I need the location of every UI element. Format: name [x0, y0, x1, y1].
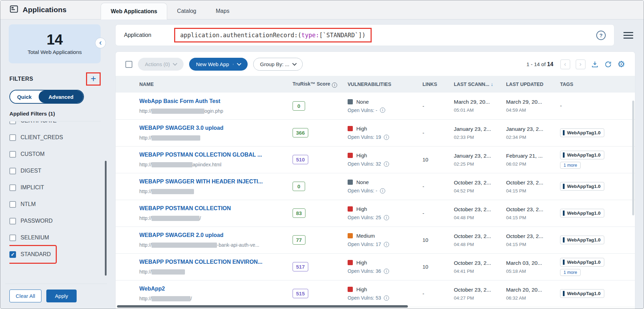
digest-checkbox[interactable]	[9, 168, 16, 174]
tag[interactable]: WebAppTag1.0	[560, 236, 604, 244]
standard-checkbox[interactable]	[9, 251, 16, 258]
app-name-link[interactable]: WEBAPP POSTMAN COLLECTION	[139, 205, 231, 212]
redacted-url-segment	[152, 243, 217, 248]
table-vertical-scrollbar[interactable]	[632, 101, 634, 215]
column-header-vulnerabilities[interactable]: VULNERABILITIES	[345, 76, 420, 93]
help-icon[interactable]	[596, 31, 606, 40]
more-tags-button[interactable]: 1 more	[560, 269, 581, 276]
apply-button[interactable]: Apply	[46, 290, 77, 302]
tag-icon	[563, 237, 565, 243]
column-header-trurisk-score[interactable]: TruRisk™ Score	[290, 76, 345, 93]
quick-toggle[interactable]: Quick	[10, 90, 39, 103]
filter-item-certificate[interactable]: CERTIFICATE	[9, 121, 103, 129]
tab-maps[interactable]: Maps	[206, 3, 239, 19]
trurisk-score-badge: 366	[293, 128, 308, 137]
ntlm-checkbox[interactable]	[9, 201, 16, 208]
add-filter-button[interactable]: +	[91, 73, 96, 84]
download-icon[interactable]	[591, 61, 599, 68]
query-input[interactable]: application.authenticationRecord:(type:[…	[174, 28, 371, 42]
open-vulns: Open Vulns: 53	[348, 295, 417, 301]
filter-item-implicit[interactable]: IMPLICIT	[9, 179, 103, 196]
group-by-dropdown[interactable]: Group By: ...	[253, 58, 302, 71]
filter-item-password[interactable]: PASSWORD	[9, 213, 103, 229]
open-vulns: Open Vulns: 36	[348, 268, 417, 274]
selenium-checkbox[interactable]	[9, 235, 16, 241]
table-row: WebApp2 http:/// 515 High Open Vulns: 53…	[116, 280, 635, 307]
app-name-link[interactable]: WEBAPP SWAGGER 2.0 upload	[139, 232, 224, 238]
column-header-last-updated[interactable]: LAST UPDATED	[503, 76, 557, 93]
redacted-url-segment	[152, 216, 200, 221]
menu-icon[interactable]	[623, 30, 633, 40]
advanced-toggle[interactable]: Advanced	[39, 90, 83, 103]
info-icon[interactable]	[384, 135, 389, 140]
filter-item-standard[interactable]: STANDARD	[9, 246, 56, 263]
filter-item-client_creds[interactable]: CLIENT_CREDS	[9, 129, 103, 146]
tab-web-applications[interactable]: Web Applications	[101, 3, 167, 19]
column-header-name[interactable]: NAME	[116, 76, 290, 93]
tag[interactable]: WebAppTag1.0	[560, 128, 604, 137]
next-page-button[interactable]: ›	[576, 60, 585, 69]
info-icon[interactable]	[384, 161, 389, 167]
open-vulns: Open Vulns: 32	[348, 161, 417, 167]
last-scanned-time: 02:25 PM	[454, 161, 501, 167]
column-header-links[interactable]: LINKS	[420, 76, 451, 93]
filter-item-custom[interactable]: CUSTOM	[9, 146, 103, 163]
tag[interactable]: WebAppTag1.0	[560, 209, 604, 217]
tag[interactable]: WebAppTag1.0	[560, 289, 604, 298]
filter-item-selenium[interactable]: SELENIUM	[9, 229, 103, 246]
client_creds-checkbox[interactable]	[9, 134, 16, 141]
table-horizontal-scrollbar[interactable]	[117, 305, 408, 308]
info-icon[interactable]	[332, 82, 337, 88]
query-text-1: application.authenticationRecord:(	[180, 32, 301, 39]
app-name-link[interactable]: WEBAPP POSTMAN COLLECTION ENVIRON...	[139, 259, 263, 265]
sidebar-scrollbar[interactable]	[105, 161, 107, 276]
filter-item-ntlm[interactable]: NTLM	[9, 196, 103, 213]
info-icon[interactable]	[380, 108, 385, 113]
sidebar-footer: Clear All Apply	[5, 284, 107, 309]
certificate-checkbox[interactable]	[9, 121, 16, 124]
app-name-link[interactable]: WebApp2	[139, 286, 165, 292]
implicit-checkbox[interactable]	[9, 184, 16, 191]
open-vulns: Open Vulns: -	[348, 188, 417, 193]
table-row: WebApp Basic Form Auth Test http://ogin.…	[116, 93, 635, 119]
last-updated-time: 04:59 AM	[506, 108, 554, 113]
clear-all-button[interactable]: Clear All	[9, 290, 41, 302]
prev-page-button[interactable]: ‹	[560, 60, 570, 69]
info-icon[interactable]	[384, 295, 389, 301]
more-tags-button[interactable]: 1 more	[560, 162, 581, 169]
filter-item-label: SELENIUM	[21, 235, 49, 241]
tab-catalog[interactable]: Catalog	[167, 3, 206, 19]
column-header-tags[interactable]: TAGS	[557, 76, 635, 93]
info-icon[interactable]	[384, 269, 389, 274]
last-updated-time: 05:18 AM	[506, 269, 554, 274]
links-count: 10	[420, 227, 451, 253]
actions-dropdown[interactable]: Actions (0)	[138, 58, 184, 71]
info-icon[interactable]	[384, 242, 389, 247]
table-header-row: NAME TruRisk™ Score VULNERABILITIES LINK…	[116, 76, 635, 93]
total-web-applications-card: 14 Total Web Applications ‹	[9, 24, 101, 63]
new-web-app-button[interactable]: New Web App	[189, 58, 248, 71]
app-name-link[interactable]: WebApp Basic Form Auth Test	[139, 98, 220, 104]
info-icon[interactable]	[380, 188, 385, 193]
collapse-sidebar-button[interactable]: ‹	[95, 38, 106, 48]
info-icon[interactable]	[384, 215, 389, 220]
filter-item-label: CLIENT_CREDS	[21, 134, 63, 141]
app-name-link[interactable]: WEBAPP SWAGGER WITH HEADER INJECTI...	[139, 179, 263, 185]
search-bar: Application application.authenticationRe…	[115, 24, 614, 46]
app-url: http://ogin.php	[139, 108, 287, 114]
app-name-link[interactable]: WEBAPP POSTMAN COLLECTION GLOBAL ...	[139, 152, 262, 158]
column-header-last-scanned[interactable]: LAST SCANN...↓	[451, 76, 503, 93]
settings-gear-icon[interactable]: ⚙	[618, 60, 625, 69]
refresh-icon[interactable]	[604, 61, 612, 68]
tag[interactable]: WebAppTag1.0	[560, 258, 604, 267]
tag[interactable]: WebAppTag1.0	[560, 182, 604, 191]
password-checkbox[interactable]	[9, 218, 16, 224]
custom-checkbox[interactable]	[9, 151, 16, 158]
app-name-link[interactable]: WEBAPP SWAGGER 3.0 upload	[139, 125, 224, 131]
select-all-checkbox[interactable]	[125, 61, 132, 68]
chevron-down-icon	[292, 61, 297, 66]
filter-item-digest[interactable]: DIGEST	[9, 163, 103, 179]
trurisk-score-badge: 510	[293, 155, 308, 164]
tag[interactable]: WebAppTag1.0	[560, 151, 604, 159]
filters-sidebar: 14 Total Web Applications ‹ FILTERS + Qu…	[0, 24, 107, 309]
